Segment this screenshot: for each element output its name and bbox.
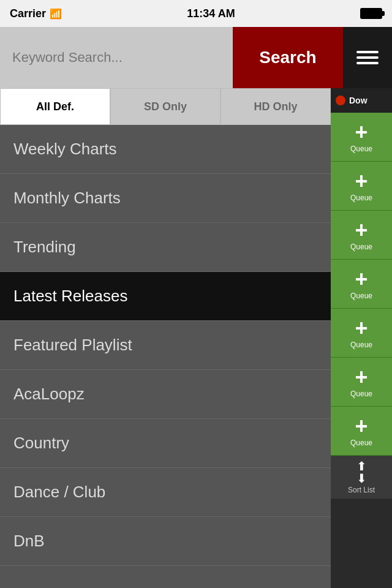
search-input-area[interactable]	[0, 27, 233, 88]
queue-item-5[interactable]: +Queue	[331, 358, 392, 407]
search-input[interactable]	[12, 50, 221, 66]
queue-label-3: Queue	[350, 292, 372, 300]
carrier-info: Carrier 📶	[10, 7, 62, 20]
menu-item-label-5: AcaLoopz	[13, 385, 85, 404]
queue-item-4[interactable]: +Queue	[331, 309, 392, 358]
download-bar: Dow	[331, 88, 392, 113]
menu-item-label-3: Latest Releases	[13, 287, 127, 306]
battery-icon	[360, 8, 382, 19]
menu-item-0[interactable]: Weekly Charts	[0, 125, 331, 174]
menu-item-label-6: Country	[13, 434, 69, 453]
menu-item-label-1: Monthly Charts	[13, 189, 121, 208]
menu-item-label-0: Weekly Charts	[13, 140, 117, 159]
queue-label-0: Queue	[350, 145, 372, 153]
menu-item-5[interactable]: AcaLoopz	[0, 370, 331, 419]
queue-label-6: Queue	[350, 439, 372, 447]
menu-item-4[interactable]: Featured Playlist	[0, 321, 331, 370]
queue-item-6[interactable]: +Queue	[331, 407, 392, 456]
menu-item-label-2: Trending	[13, 238, 76, 257]
menu-item-8[interactable]: DnB	[0, 517, 331, 566]
queue-items-container: +Queue+Queue+Queue+Queue+Queue+Queue+Que…	[331, 113, 392, 456]
queue-plus-icon-5: +	[355, 366, 368, 388]
filter-tabs-row: All Def.SD OnlyHD Only	[0, 88, 331, 125]
download-label: Dow	[349, 96, 368, 105]
queue-item-1[interactable]: +Queue	[331, 162, 392, 211]
header: Search	[0, 27, 392, 88]
menu-item-1[interactable]: Monthly Charts	[0, 174, 331, 223]
wifi-icon: 📶	[50, 8, 62, 20]
queue-plus-icon-2: +	[355, 219, 368, 241]
menu-line-2	[356, 56, 379, 59]
download-dot	[336, 96, 345, 105]
queue-label-1: Queue	[350, 194, 372, 202]
queue-plus-icon-6: +	[355, 415, 368, 437]
queue-label-4: Queue	[350, 341, 372, 349]
queue-item-2[interactable]: +Queue	[331, 211, 392, 260]
queue-label-5: Queue	[350, 390, 372, 398]
queue-plus-icon-4: +	[355, 317, 368, 339]
queue-item-0[interactable]: +Queue	[331, 113, 392, 162]
main-layout: All Def.SD OnlyHD Only Weekly ChartsMont…	[0, 88, 392, 588]
queue-label-2: Queue	[350, 243, 372, 251]
status-bar: Carrier 📶 11:34 AM	[0, 0, 392, 27]
sort-list-button[interactable]: ⬆⬇ Sort List	[331, 456, 392, 499]
menu-line-3	[356, 62, 379, 64]
search-button[interactable]: Search	[233, 27, 343, 88]
menu-item-label-8: DnB	[13, 532, 45, 551]
time-display: 11:34 AM	[187, 7, 235, 20]
queue-plus-icon-3: +	[355, 268, 368, 290]
menu-item-7[interactable]: Dance / Club	[0, 468, 331, 517]
menu-items-container: Weekly ChartsMonthly ChartsTrendingLates…	[0, 125, 331, 566]
menu-button[interactable]	[343, 27, 392, 88]
filter-tab-0[interactable]: All Def.	[0, 88, 110, 125]
menu-item-2[interactable]: Trending	[0, 223, 331, 272]
queue-plus-icon-1: +	[355, 170, 368, 192]
menu-line-1	[356, 51, 379, 53]
filter-tab-1[interactable]: SD Only	[110, 88, 221, 125]
menu-item-label-7: Dance / Club	[13, 483, 105, 502]
sort-arrows-icon: ⬆⬇	[356, 460, 367, 484]
right-panel: Dow +Queue+Queue+Queue+Queue+Queue+Queue…	[331, 88, 392, 588]
search-button-label: Search	[259, 48, 316, 67]
queue-plus-icon-0: +	[355, 121, 368, 143]
filter-tab-2[interactable]: HD Only	[221, 88, 331, 125]
menu-item-3[interactable]: Latest Releases	[0, 272, 331, 321]
menu-item-6[interactable]: Country	[0, 419, 331, 468]
carrier-label: Carrier	[10, 7, 46, 20]
left-list: All Def.SD OnlyHD Only Weekly ChartsMont…	[0, 88, 331, 588]
queue-item-3[interactable]: +Queue	[331, 260, 392, 309]
sort-list-label: Sort List	[348, 486, 375, 494]
menu-item-label-4: Featured Playlist	[13, 336, 132, 355]
